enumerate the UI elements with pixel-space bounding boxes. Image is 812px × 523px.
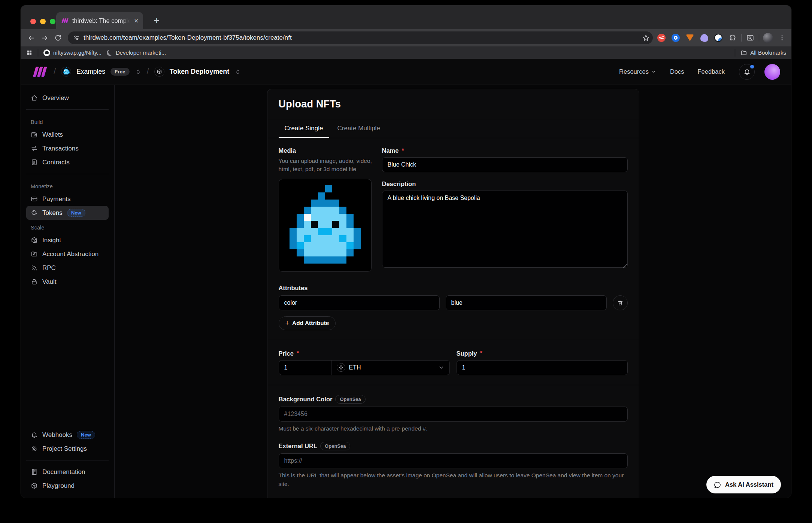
close-window-icon[interactable] bbox=[30, 19, 36, 24]
supply-label: Supply* bbox=[457, 350, 628, 357]
add-attribute-button[interactable]: + Add Attribute bbox=[279, 316, 336, 330]
chevron-down-icon bbox=[651, 69, 657, 75]
breadcrumb-project[interactable]: Examples bbox=[76, 68, 105, 76]
bell-icon bbox=[31, 431, 38, 438]
price-input[interactable] bbox=[279, 361, 331, 375]
new-tab-button[interactable]: + bbox=[151, 15, 162, 26]
sidebar-item-wallets[interactable]: Wallets bbox=[26, 128, 109, 142]
currency-select[interactable]: ETH bbox=[331, 361, 449, 375]
browser-window: thirdweb: The complete web3 ✕ + thirdweb… bbox=[21, 5, 791, 498]
extensions-puzzle-icon[interactable] bbox=[727, 32, 738, 43]
extension-red-icon[interactable] bbox=[656, 32, 667, 43]
tab-title: thirdweb: The complete web3 bbox=[72, 17, 130, 24]
browser-menu-kebab-icon[interactable] bbox=[776, 32, 788, 43]
nav-feedback[interactable]: Feedback bbox=[698, 68, 725, 75]
extension-blue-ring-icon[interactable] bbox=[670, 32, 681, 43]
macos-traffic-lights bbox=[30, 19, 55, 24]
background-color-input[interactable] bbox=[279, 407, 628, 422]
browser-tab[interactable]: thirdweb: The complete web3 ✕ bbox=[56, 12, 143, 29]
media-upload-box[interactable] bbox=[279, 179, 372, 272]
tab-search-icon[interactable] bbox=[745, 32, 756, 43]
nav-docs[interactable]: Docs bbox=[670, 68, 684, 75]
extensions-row bbox=[656, 32, 788, 43]
extension-clock-icon[interactable] bbox=[713, 32, 724, 43]
sidebar-item-rpc[interactable]: RPC bbox=[26, 261, 109, 275]
main-content: Upload NFTs Create Single Create Multipl… bbox=[115, 85, 791, 498]
sidebar-item-contracts[interactable]: Contracts bbox=[26, 155, 109, 169]
book-icon bbox=[31, 468, 38, 475]
trash-icon bbox=[617, 300, 623, 306]
bookmarks-bar: niftyswap.gg/Nifty... Developer marketi.… bbox=[21, 46, 791, 59]
background-color-helper: Must be a six-character hexadecimal with… bbox=[279, 425, 628, 433]
browser-toolbar: thirdweb.com/team/examples/Token-Deploym… bbox=[21, 29, 791, 46]
sidebar-item-insight[interactable]: Insight bbox=[26, 233, 109, 247]
sidebar-item-project-settings[interactable]: Project Settings bbox=[26, 442, 109, 456]
account-avatar[interactable] bbox=[764, 64, 780, 80]
sidebar-item-tokens[interactable]: Tokens New bbox=[26, 206, 109, 220]
bookmark-niftyswap[interactable]: niftyswap.gg/Nifty... bbox=[43, 49, 102, 56]
external-url-helper: This is the URL that will appear below t… bbox=[279, 471, 628, 488]
sidebar-item-webhooks[interactable]: Webhooks New bbox=[26, 428, 109, 442]
sidebar-item-transactions[interactable]: Transactions bbox=[26, 142, 109, 155]
swap-arrows-icon bbox=[31, 145, 38, 152]
tab-close-icon[interactable]: ✕ bbox=[134, 18, 139, 24]
address-bar[interactable]: thirdweb.com/team/examples/Token-Deploym… bbox=[68, 31, 653, 44]
delete-attribute-button[interactable] bbox=[613, 295, 628, 310]
browser-profile-avatar[interactable] bbox=[762, 32, 773, 43]
background-color-label: Background Color OpenSea bbox=[279, 395, 628, 404]
external-url-input[interactable] bbox=[279, 453, 628, 468]
url-text[interactable]: thirdweb.com/team/examples/Token-Deploym… bbox=[84, 34, 638, 42]
breadcrumb-entity[interactable]: Token Deployment bbox=[170, 68, 230, 76]
supply-input[interactable] bbox=[457, 360, 628, 375]
thirdweb-app: / Examples Free / Token Deployment Resou… bbox=[21, 59, 791, 498]
wallet-icon bbox=[31, 131, 38, 138]
notifications-bell-icon[interactable] bbox=[739, 64, 755, 80]
zoom-window-icon[interactable] bbox=[50, 19, 55, 24]
all-bookmarks-label: All Bookmarks bbox=[750, 49, 786, 56]
tab-create-multiple[interactable]: Create Multiple bbox=[331, 119, 386, 138]
thirdweb-logo[interactable] bbox=[32, 66, 48, 77]
sidebar-item-documentation[interactable]: Documentation bbox=[26, 465, 109, 479]
phantom-ghost-icon[interactable] bbox=[699, 32, 710, 43]
sidebar-label: Account Abstraction bbox=[42, 250, 99, 258]
back-icon[interactable] bbox=[24, 31, 38, 45]
sidebar-label: Documentation bbox=[42, 468, 85, 476]
signal-icon bbox=[31, 264, 38, 271]
attribute-value-input[interactable] bbox=[446, 295, 607, 310]
sidebar-label: Payments bbox=[42, 195, 71, 203]
tab-create-single[interactable]: Create Single bbox=[279, 119, 329, 138]
sidebar-item-vault[interactable]: Vault bbox=[26, 275, 109, 289]
opensea-badge: OpenSea bbox=[320, 442, 350, 450]
bookmark-star-icon[interactable] bbox=[642, 34, 650, 42]
description-textarea[interactable]: A blue chick living on Base Sepolia bbox=[382, 191, 628, 268]
sidebar-item-account-abstraction[interactable]: Account Abstraction bbox=[26, 247, 109, 261]
metamask-fox-icon[interactable] bbox=[684, 32, 696, 43]
create-tabs: Create Single Create Multiple bbox=[267, 119, 639, 138]
name-input[interactable] bbox=[382, 157, 628, 172]
apps-grid-icon[interactable] bbox=[26, 49, 33, 56]
site-settings-icon[interactable] bbox=[73, 34, 80, 41]
sidebar-item-payments[interactable]: Payments bbox=[26, 192, 109, 206]
sidebar-item-overview[interactable]: Overview bbox=[26, 91, 109, 105]
folder-icon bbox=[740, 49, 747, 56]
sidebar-section-monetize: Monetize bbox=[31, 183, 104, 189]
all-bookmarks-button[interactable]: All Bookmarks bbox=[740, 49, 786, 56]
nft-image-blue-chick bbox=[282, 185, 368, 265]
ask-ai-assistant-button[interactable]: Ask AI Assistant bbox=[706, 476, 781, 493]
sidebar-section-build: Build bbox=[31, 119, 104, 125]
reload-icon[interactable] bbox=[51, 31, 65, 45]
plus-icon: + bbox=[285, 319, 290, 327]
screenshot-stage: thirdweb: The complete web3 ✕ + thirdweb… bbox=[0, 0, 812, 523]
minimize-window-icon[interactable] bbox=[40, 19, 46, 24]
nav-resources[interactable]: Resources bbox=[619, 68, 657, 75]
forward-icon[interactable] bbox=[38, 31, 51, 45]
bookmark-developer-marketing[interactable]: Developer marketi... bbox=[107, 49, 166, 56]
sidebar-item-playground[interactable]: Playground bbox=[26, 479, 109, 493]
project-switcher-icon[interactable] bbox=[135, 69, 142, 75]
sidebar-label: Webhooks bbox=[42, 431, 72, 439]
project-avatar[interactable] bbox=[61, 67, 71, 77]
sidebar-label: Playground bbox=[42, 482, 75, 490]
attribute-name-input[interactable] bbox=[279, 295, 440, 310]
page-title: Upload NFTs bbox=[279, 98, 628, 110]
entity-switcher-icon[interactable] bbox=[234, 69, 241, 75]
